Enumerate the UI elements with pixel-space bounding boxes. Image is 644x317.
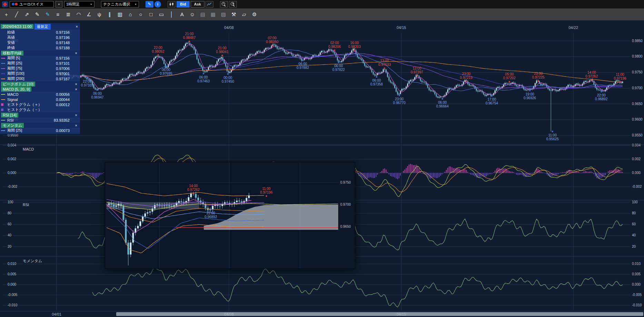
row-label: 期間 [5]: [7, 55, 20, 61]
main-chart-canvas[interactable]: 04/0104/0804/0804/1504/1504/220.98500.98…: [0, 0, 644, 317]
info-button[interactable]: i: [154, 1, 161, 8]
info-row: 期間 [75]0.97006: [0, 66, 80, 71]
crosshair-tool-icon[interactable]: ＋: [1, 9, 11, 20]
pair-selector[interactable]: ユーロ/スイス: [10, 1, 54, 8]
row-value: 0.97196: [56, 35, 78, 40]
hammer-tool-icon[interactable]: ⚒: [229, 9, 239, 20]
svg-text:0.000: 0.000: [632, 283, 641, 286]
currency-pair-flags-icon: [12, 3, 18, 6]
legend-mark-icon: [1, 120, 7, 121]
svg-text:0.97202: 0.97202: [503, 76, 516, 80]
svg-text:モメンタム: モメンタム: [23, 259, 42, 263]
channel-tool-icon[interactable]: ∥: [104, 9, 115, 20]
svg-text:0.97450: 0.97450: [222, 80, 234, 83]
gann-angle-tool-icon[interactable]: ∠: [84, 9, 94, 20]
draw-mode-button[interactable]: ✎: [145, 1, 153, 8]
candle-chart-type-button[interactable]: [168, 1, 175, 8]
svg-text:0.98041: 0.98041: [216, 50, 229, 54]
vertical-grid-tool-icon[interactable]: ▥: [115, 9, 125, 20]
line-chart-type-button[interactable]: [205, 1, 213, 8]
box-tool-icon[interactable]: ▭: [156, 9, 167, 20]
svg-text:0.004: 0.004: [632, 143, 641, 147]
svg-text:06:00: 06:00: [334, 64, 343, 68]
row-value: 0.97101: [56, 61, 78, 65]
svg-text:06:00: 06:00: [299, 62, 307, 66]
zoom-in-button[interactable]: ＋: [229, 1, 237, 8]
pair-dropdown-button[interactable]: ▼: [56, 1, 62, 8]
svg-text:0.005: 0.005: [632, 272, 641, 276]
svg-text:11:00: 11:00: [616, 73, 624, 76]
row-value: 0.97148: [56, 41, 78, 45]
pencil-icon: ✎: [148, 2, 151, 7]
section-close-button[interactable]: ×: [75, 123, 78, 127]
ray-line-tool-icon[interactable]: ⇗: [22, 9, 32, 20]
eraser-tool-icon[interactable]: ▱: [239, 9, 249, 20]
technical-label: テクニカル選択: [103, 2, 130, 7]
svg-text:0.000: 0.000: [8, 283, 16, 286]
row-value: 0.97001: [56, 72, 78, 76]
svg-text:0.002: 0.002: [8, 157, 16, 161]
zoom-overlay-window[interactable]: 0.97500.97000.965014:000.9726211:000.971…: [105, 162, 355, 269]
arc-tool-icon[interactable]: ◠: [73, 9, 84, 20]
section-close-button[interactable]: ×: [75, 113, 78, 117]
horizontal-line-tool-icon[interactable]: ≡: [53, 9, 63, 20]
svg-text:0.000: 0.000: [8, 171, 16, 175]
row-value: 0.97187: [56, 77, 78, 81]
rectangle-tool-icon[interactable]: □: [146, 9, 156, 20]
svg-text:0.97695: 0.97695: [160, 72, 173, 75]
ellipse-tool-icon[interactable]: ○: [135, 9, 146, 20]
row-label: 期間 [25]: [7, 61, 22, 66]
zoom-out-icon: −: [222, 2, 226, 6]
svg-text:22:00: 22:00: [597, 93, 606, 97]
svg-text:0.9650: 0.9650: [632, 102, 643, 106]
technical-selector[interactable]: テクニカル選択 ▼: [101, 1, 139, 8]
svg-text:0.9700: 0.9700: [632, 86, 643, 90]
zoom-out-button[interactable]: −: [220, 1, 228, 8]
info-row: Signal0.00044: [0, 97, 80, 102]
info-row: 期間 [5]0.97156: [0, 55, 80, 61]
row-label: ヒストグラム（－）: [7, 107, 42, 112]
svg-text:13:00: 13:00: [413, 67, 421, 70]
svg-text:0.97196: 0.97196: [260, 191, 273, 194]
stamp-1-tool-icon[interactable]: ▤: [198, 9, 208, 20]
stamp-2-tool-icon[interactable]: ▦: [208, 9, 218, 20]
section-close-button[interactable]: ×: [75, 82, 78, 86]
text-tool-icon[interactable]: A: [177, 9, 187, 20]
icon-stamp-tool-icon[interactable]: ☺: [187, 9, 198, 20]
timeframe-selector[interactable]: 1時間足 ▼: [64, 1, 94, 8]
svg-text:20: 20: [8, 245, 12, 248]
section-close-button[interactable]: ×: [75, 51, 78, 55]
row-label: 期間 [200]: [7, 76, 24, 81]
vertical-line-tool-icon[interactable]: │: [167, 9, 177, 20]
ask-button[interactable]: Ask: [191, 1, 204, 8]
horizontal-scrollbar[interactable]: [116, 312, 643, 316]
legend-mark-icon: [1, 99, 7, 100]
svg-text:0.98350: 0.98350: [266, 40, 279, 44]
pentagon-tool-icon[interactable]: ⌂: [125, 9, 135, 20]
fibonacci-lines-tool-icon[interactable]: ≣: [63, 9, 73, 20]
marker-pen-tool-icon[interactable]: ✎: [42, 9, 53, 20]
svg-text:14:00: 14:00: [189, 184, 198, 188]
settings-tool-icon[interactable]: ⚙: [249, 9, 260, 20]
svg-text:0.98206: 0.98206: [328, 45, 341, 49]
section-close-button[interactable]: ×: [75, 87, 78, 91]
pitchfork-tool-icon[interactable]: ψ: [94, 9, 104, 20]
timeframe-label: 1時間足: [66, 2, 80, 7]
row-label: RSI: [7, 118, 13, 122]
svg-text:17:00: 17:00: [487, 98, 496, 101]
bid-button[interactable]: Bid: [177, 1, 190, 8]
latest-bar-button[interactable]: 最新足: [34, 24, 51, 30]
freehand-line-tool-icon[interactable]: ✎: [32, 9, 42, 20]
legend-mark-icon: [1, 58, 7, 59]
candlestick-icon: [169, 2, 174, 7]
line-chart-icon: [207, 2, 212, 6]
info-panel-timestamp: 2024/04/23 11:00: [1, 24, 33, 29]
trend-line-tool-icon[interactable]: ╱: [11, 9, 22, 20]
stamp-3-tool-icon[interactable]: ▨: [218, 9, 229, 20]
svg-text:60: 60: [8, 222, 12, 226]
info-panel-close-button[interactable]: ×: [76, 24, 78, 29]
svg-text:04/01: 04/01: [52, 312, 61, 316]
svg-text:0.96926: 0.96926: [524, 96, 536, 100]
svg-text:0.9850: 0.9850: [632, 39, 643, 43]
svg-text:21:00: 21:00: [218, 46, 227, 50]
